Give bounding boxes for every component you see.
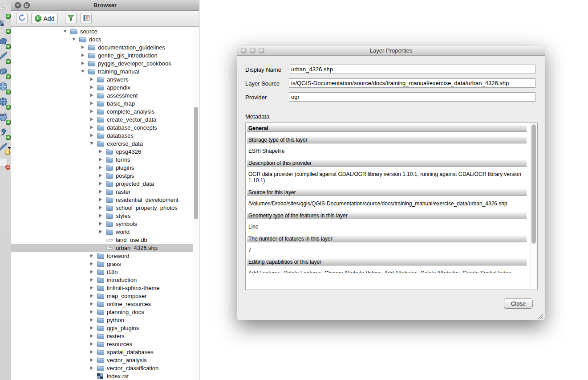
tree-item-forms[interactable]: forms [11,155,193,163]
disclosure-closed-icon[interactable] [89,310,97,314]
tree-item-databases[interactable]: databases [11,131,193,139]
tree-item-qgis-plugins[interactable]: qgis_plugins [11,324,193,332]
add-spatialite-layer-icon[interactable]: + [0,50,11,65]
new-shapefile-layer-icon[interactable]: ✳ [0,141,11,156]
tree-scrollbar-thumb[interactable] [194,107,198,219]
tree-item-pyqgis-developer-cookbook[interactable]: pyqgis_developer_cookbook [11,59,193,67]
disclosure-closed-icon[interactable] [89,78,97,81]
tree-item-grass[interactable]: grass [11,260,193,268]
tree-item-spatial-databases[interactable]: spatial_databases [11,348,193,356]
tree-item-land-use-db[interactable]: land_use.db [11,236,193,244]
close-button[interactable]: Close [504,298,533,309]
tree-item-planning-docs[interactable]: planning_docs [11,308,193,316]
disclosure-closed-icon[interactable] [89,270,97,274]
metadata-scrollbar-thumb[interactable] [531,124,536,244]
tree-item-python[interactable]: python [11,316,193,324]
disclosure-closed-icon[interactable] [89,342,97,346]
disclosure-closed-icon[interactable] [81,53,88,57]
tree-item-world[interactable]: world [11,228,193,236]
tree-item-plugins[interactable]: plugins [11,163,193,172]
dialog-titlebar[interactable]: Layer Properties [237,46,545,56]
tree-item-training-manual[interactable]: training_manual [11,67,193,75]
tree-item-docs[interactable]: docs [11,35,193,43]
layer-source-field[interactable] [289,78,535,88]
add-raster-layer-icon[interactable]: + [0,20,11,35]
tree-item-vector-analysis[interactable]: vector_analysis [11,356,193,364]
tree-item-urban-4326-shp[interactable]: urban_4326.shp [11,244,193,252]
disclosure-open-icon[interactable] [81,70,88,73]
disclosure-closed-icon[interactable] [89,358,97,362]
tree-item-basic-map[interactable]: basic_map [11,99,193,107]
tree-item-gentle-gis-introduction[interactable]: gentle_gis_introduction [11,51,193,59]
disclosure-closed-icon[interactable] [89,334,97,338]
disclosure-closed-icon[interactable] [89,126,97,129]
tree-item-epsg4326[interactable]: epsg4326 [11,147,193,155]
window-zoom-icon[interactable] [259,48,264,53]
tree-item-complete-analysis[interactable]: complete_analysis [11,107,193,115]
add-vector-layer-icon[interactable]: + [0,4,11,20]
tree-item-raster[interactable]: raster [11,188,193,196]
disclosure-closed-icon[interactable] [81,61,88,65]
disclosure-closed-icon[interactable] [81,45,88,49]
disclosure-open-icon[interactable] [63,30,70,33]
resize-grip[interactable] [538,313,543,319]
remove-layer-icon[interactable]: – [0,156,11,171]
tree-item-resources[interactable]: resources [11,340,193,348]
disclosure-closed-icon[interactable] [98,190,106,193]
disclosure-closed-icon[interactable] [89,326,97,330]
disclosure-closed-icon[interactable] [89,302,97,306]
tree-item-online-resources[interactable]: online_resources [11,300,193,308]
tree-item-database-concepts[interactable]: database_concepts [11,123,193,131]
disclosure-closed-icon[interactable] [89,350,97,354]
disclosure-closed-icon[interactable] [89,262,97,266]
tree-item-map-composer[interactable]: map_composer [11,292,193,300]
disclosure-closed-icon[interactable] [98,206,106,209]
tree-item-i18n[interactable]: i18n [11,268,193,276]
disclosure-closed-icon[interactable] [89,286,97,290]
disclosure-closed-icon[interactable] [98,158,106,161]
disclosure-closed-icon[interactable] [89,254,97,257]
tree-item-foreword[interactable]: foreword [11,252,193,260]
tree-item-exercise-data[interactable]: exercise_data [11,139,193,147]
panel-close-icon[interactable]: ✕ [15,2,21,8]
disclosure-closed-icon[interactable] [98,166,106,169]
provider-field[interactable] [289,92,535,102]
disclosure-closed-icon[interactable] [89,134,97,137]
tree-item-postgis[interactable]: postgis [11,172,193,180]
tree-item-introduction[interactable]: introduction [11,276,193,284]
tree-item-school-property-photos[interactable]: school_property_photos [11,204,193,212]
filter-button[interactable] [65,13,77,24]
tree-item-source[interactable]: source [11,27,193,35]
tree-item-projected-data[interactable]: projected_data [11,180,193,188]
disclosure-closed-icon[interactable] [89,102,97,105]
add-button[interactable]: + Add [31,13,58,24]
window-close-icon[interactable] [241,48,247,53]
tree-item-index-rst[interactable]: index.rst [11,372,193,380]
add-delimited-text-layer-icon[interactable]: + [0,126,11,141]
tree-item-vector-classification[interactable]: vector_classification [11,364,193,372]
disclosure-closed-icon[interactable] [98,230,106,233]
refresh-button[interactable] [16,13,28,24]
disclosure-closed-icon[interactable] [89,110,97,113]
disclosure-closed-icon[interactable] [89,366,97,370]
add-wfs-layer-icon[interactable]: + [0,110,11,126]
disclosure-closed-icon[interactable] [98,222,106,225]
disclosure-closed-icon[interactable] [98,150,106,153]
disclosure-closed-icon[interactable] [98,174,106,177]
disclosure-closed-icon[interactable] [98,214,106,217]
add-wms-layer-icon[interactable]: + [0,80,11,95]
tree-item-documentation-guidelines[interactable]: documentation_guidelines [11,43,193,51]
tree-item-styles[interactable]: styles [11,212,193,220]
tree-item-symbols[interactable]: symbols [11,220,193,228]
display-name-field[interactable] [289,65,535,74]
properties-widget-button[interactable] [80,13,92,24]
tree-item-residential-development[interactable]: residential_development [11,196,193,204]
tree-item-appendix[interactable]: appendix [11,83,193,91]
tree-item-assessment[interactable]: assessment [11,91,193,99]
disclosure-closed-icon[interactable] [89,118,97,121]
disclosure-open-icon[interactable] [89,142,97,145]
disclosure-closed-icon[interactable] [89,94,97,97]
disclosure-closed-icon[interactable] [89,318,97,322]
disclosure-closed-icon[interactable] [98,198,106,201]
disclosure-closed-icon[interactable] [98,182,106,185]
